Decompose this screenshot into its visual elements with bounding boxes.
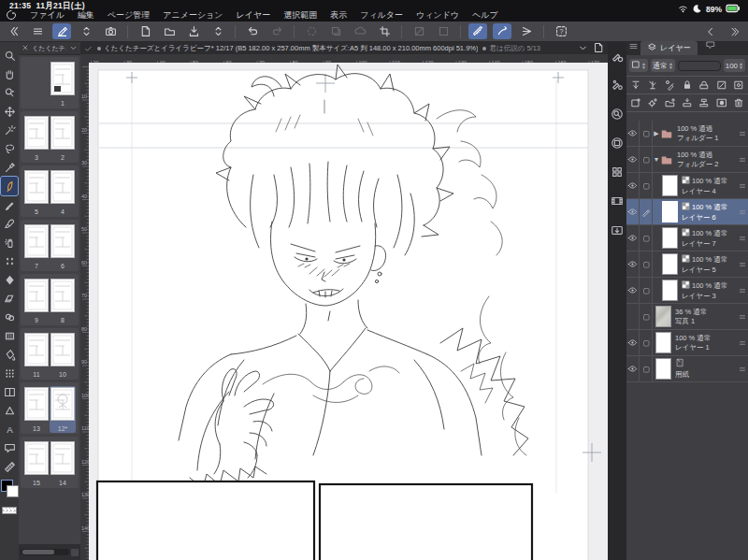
tool-blend[interactable]: [1, 308, 18, 326]
tool-bucket[interactable]: [1, 345, 18, 364]
layer-thumbnail[interactable]: [662, 175, 678, 196]
tool-eyedropper[interactable]: [1, 158, 18, 177]
layer-edit-cell[interactable]: [640, 121, 653, 146]
page-thumb-5[interactable]: 5: [23, 169, 50, 216]
layer-row-レイヤー 6[interactable]: 100 % 通常レイヤー 6: [626, 199, 748, 225]
page-thumb-4[interactable]: 4: [50, 169, 76, 216]
snap-to-grid-button[interactable]: [517, 23, 536, 39]
layer-checkbox[interactable]: [641, 181, 651, 191]
layer-checkbox[interactable]: [641, 312, 651, 322]
layer-visibility-cell[interactable]: [626, 356, 640, 381]
draft-toggle[interactable]: [665, 79, 676, 91]
layer-checkbox[interactable]: [641, 129, 651, 138]
folder-expander[interactable]: ▼: [653, 156, 660, 163]
lock-alpha-toggle[interactable]: [698, 79, 710, 91]
palette-navigator[interactable]: [611, 108, 624, 124]
layer-thumbnail[interactable]: [655, 306, 671, 327]
layer-edit-cell[interactable]: [640, 330, 653, 355]
layer-row-レイヤー 5[interactable]: 100 % 通常レイヤー 5: [626, 251, 748, 278]
layer-edit-cell[interactable]: [640, 278, 653, 303]
tool-brush[interactable]: [1, 214, 18, 233]
menu-レイヤー[interactable]: レイヤー: [237, 9, 271, 22]
button-new-folder[interactable]: [665, 97, 676, 108]
layer-edit-cell[interactable]: [640, 147, 653, 172]
layer-visibility-cell[interactable]: [626, 251, 640, 277]
page-thumb-6[interactable]: 6: [50, 223, 76, 270]
layer-edit-cell[interactable]: [640, 173, 653, 198]
layer-visibility-cell[interactable]: [626, 330, 640, 355]
layer-drag-handle[interactable]: [737, 312, 748, 322]
layer-edit-cell[interactable]: [640, 199, 653, 224]
snap-to-ruler-button[interactable]: [468, 23, 487, 39]
pages-menu-chevron-icon[interactable]: [69, 44, 78, 52]
tab-secondary-document[interactable]: 君は伝説の 5/13: [482, 44, 540, 53]
snap-to-special-ruler-button[interactable]: [493, 23, 511, 39]
close-pages-icon[interactable]: [22, 44, 29, 51]
layer-row-用紙[interactable]: 用紙: [626, 356, 748, 382]
pages-scroll-thumb[interactable]: [22, 550, 54, 554]
layer-row-レイヤー 1[interactable]: 100 % 通常レイヤー 1: [626, 330, 748, 356]
canvas-viewport[interactable]: [89, 63, 608, 560]
layer-visibility-cell[interactable]: [626, 173, 640, 198]
menu-フィルター[interactable]: フィルター: [360, 9, 403, 22]
open-file-button[interactable]: [160, 23, 179, 39]
menu-ヘルプ[interactable]: ヘルプ: [472, 9, 498, 22]
layer-visibility-cell[interactable]: [626, 121, 640, 146]
layer-thumbnail[interactable]: [655, 358, 671, 380]
tab-active-document[interactable]: くたくたチーズとイライラビーフ* 12/17 (B5 182.00 x 257.…: [97, 44, 478, 53]
layer-drag-handle[interactable]: [737, 155, 748, 165]
layer-edit-cell[interactable]: [640, 251, 653, 277]
layer-checkbox[interactable]: [641, 365, 651, 374]
background-color-swatch[interactable]: [7, 485, 19, 497]
main-menu-button[interactable]: [28, 23, 47, 39]
page-thumb-10[interactable]: 10: [50, 332, 76, 379]
page-thumb-7[interactable]: 7: [23, 223, 50, 270]
page-thumb-12[interactable]: 12*: [50, 386, 76, 433]
layer-drag-handle[interactable]: [737, 365, 748, 374]
layer-thumbnail[interactable]: [662, 253, 678, 275]
undo-button[interactable]: [243, 23, 262, 39]
page-thumb-3[interactable]: 3: [23, 115, 50, 162]
layer-checkbox[interactable]: [641, 234, 651, 243]
tool-hand[interactable]: [1, 65, 18, 83]
tool-figure[interactable]: [1, 401, 18, 420]
layer-target-selector[interactable]: ▲▼: [629, 59, 648, 72]
layer-drag-handle[interactable]: [737, 129, 748, 138]
collapse-panel-button[interactable]: [4, 23, 22, 39]
page-thumb-15[interactable]: 15: [23, 440, 50, 487]
tab-subtool[interactable]: [699, 36, 722, 55]
layer-row-写真 1[interactable]: 36 % 通常写真 1: [626, 304, 748, 330]
layer-checkbox[interactable]: [641, 155, 651, 165]
menu-ファイル[interactable]: ファイル: [30, 9, 65, 22]
tab-list-chevron-icon[interactable]: [578, 43, 588, 53]
clip-toggle[interactable]: [630, 79, 641, 91]
page-thumb-2[interactable]: 2: [50, 115, 76, 162]
import-camera-button[interactable]: [101, 23, 120, 39]
transparent-color-swatch[interactable]: [2, 507, 17, 514]
layer-row-レイヤー 4[interactable]: 100 % 通常レイヤー 4: [626, 173, 748, 199]
tool-ruler[interactable]: [1, 457, 18, 476]
layer-row-フォルダー 1[interactable]: ▶100 % 通過フォルダー 1: [626, 121, 748, 147]
nav-expand-button[interactable]: [726, 23, 744, 39]
blend-mode-dropdown[interactable]: 通常▲▼: [651, 59, 675, 72]
button-trash[interactable]: [733, 97, 744, 108]
page-thumb-13[interactable]: 13: [23, 386, 50, 433]
layer-visibility-cell[interactable]: [626, 199, 640, 224]
palette-tool-property[interactable]: [611, 50, 624, 66]
pages-scroll-track[interactable]: [21, 549, 69, 555]
tree-toggle[interactable]: [647, 79, 658, 91]
opacity-slider[interactable]: [678, 61, 721, 71]
layer-checkbox[interactable]: [641, 286, 651, 295]
tool-wand[interactable]: [1, 121, 18, 139]
palette-export[interactable]: [611, 223, 624, 240]
shortcut-help-button[interactable]: ?: [552, 23, 570, 39]
layer-thumbnail[interactable]: [662, 280, 678, 301]
layer-drag-handle[interactable]: [737, 338, 748, 348]
palette-timeline[interactable]: [611, 194, 624, 211]
layer-drag-handle[interactable]: [737, 286, 748, 295]
layer-drag-handle[interactable]: [737, 260, 748, 269]
layer-thumbnail[interactable]: [662, 227, 678, 249]
button-merge[interactable]: [698, 97, 710, 108]
tool-marker[interactable]: [1, 195, 18, 214]
tool-eraser[interactable]: [1, 289, 18, 308]
